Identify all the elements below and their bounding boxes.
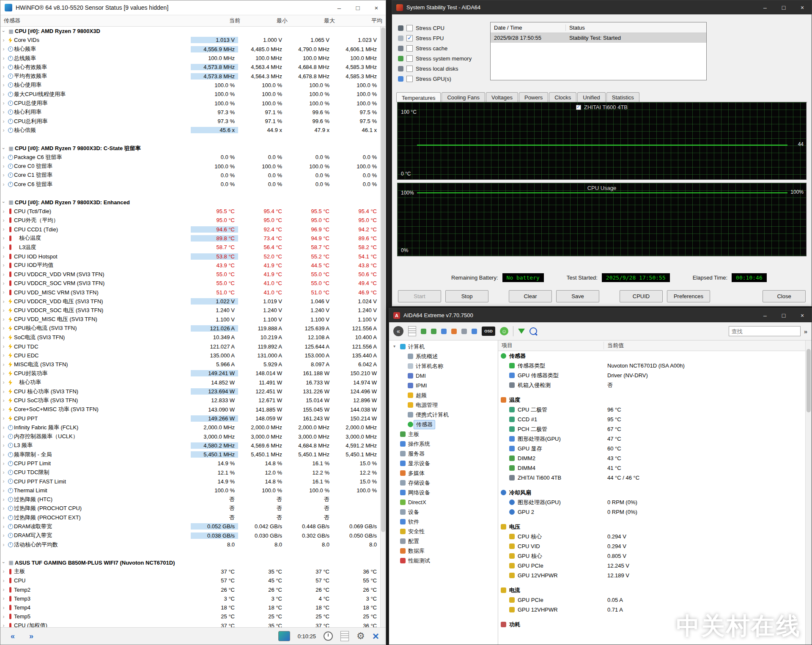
tree-item[interactable]: 配置 [389,536,498,546]
sensor-row[interactable]: ›过热降频 (HTC)否否否 [0,495,380,504]
tree-item[interactable]: 设备 [389,507,498,517]
stress-option[interactable]: Stress FPU [398,33,472,43]
sensor-row[interactable]: ›Core C1 驻留率0.0 %0.0 %0.0 %0.0 % [0,171,380,180]
sensor-row[interactable]: ›Core+SoC+MISC 功率 (SVI3 TFN)143.090 W141… [0,405,380,414]
pane-row[interactable]: CPU VID0.294 V [498,541,805,551]
extreme-titlebar[interactable]: A AIDA64 Extreme v7.70.7500 – □ × [389,308,812,322]
osd-icon[interactable]: OSD [482,327,495,336]
sensor-row[interactable]: ›Core VIDs1.013 V1.000 V1.065 V1.023 V [0,36,380,44]
back-icon[interactable]: « [393,326,403,336]
tree-item[interactable]: DirectX [389,497,498,507]
tree-item[interactable]: IPMI [389,381,498,390]
pane-row[interactable]: GPU PCIe12.245 V [498,561,805,571]
start-button[interactable]: Start [398,290,441,302]
preferences-button[interactable]: Preferences [667,290,710,302]
search-input[interactable] [729,326,801,336]
tab-temperatures[interactable]: Temperatures [396,92,441,102]
sensor-row[interactable]: ›频率限制 - 全局5,450.1 MHz5,450.1 MHz5,450.1 … [0,450,380,459]
maximize-button[interactable]: □ [774,308,793,322]
sensor-row[interactable]: ›CPU PPT149.266 W148.059 W161.243 W150.2… [0,414,380,423]
sensor-row[interactable]: ›CPU外壳（平均）95.0 °C95.0 °C95.0 °C95.0 °C [0,216,380,225]
tree-item[interactable]: 电源管理 [389,400,498,410]
more-options-icon[interactable]: » [804,328,807,335]
pane-row[interactable]: PCH 二极管67 °C [498,424,805,434]
tab-powers[interactable]: Powers [519,92,548,102]
sensor-row[interactable]: ›CPU IOD Hotspot53.8 °C52.0 °C55.2 °C54.… [0,252,380,261]
pane-row[interactable]: CPU 核心0.294 V [498,532,805,541]
sensor-row[interactable]: ›Temp226 °C26 °C26 °C26 °C [0,585,380,594]
sensor-row[interactable]: ›L3 频率4,580.2 MHz4,569.6 MHz4,684.8 MHz4… [0,441,380,450]
tree-item[interactable]: 操作系统 [389,439,498,449]
hwinfo-section-header[interactable]: ›▦CPU [#0]: AMD Ryzen 7 9800X3D: Enhance… [0,198,380,207]
close-button[interactable]: × [367,0,386,15]
sensor-row[interactable]: ›CPU VDD_MISC 电压 (SVI3 TFN)1.100 V1.100 … [0,315,380,324]
tree-item[interactable]: 性能测试 [389,556,498,565]
log-row[interactable]: 2025/9/28 17:50:55Stability Test: Starte… [491,33,706,43]
sensor-row[interactable]: ›CPU总使用率100.0 %100.0 %100.0 %100.0 % [0,99,380,107]
sensor-row[interactable]: ›Package C6 驻留率0.0 %0.0 %0.0 %0.0 % [0,153,380,162]
sensor-row[interactable]: ›过热降频 (PROCHOT EXT)否否否 [0,513,380,522]
maximize-button[interactable]: □ [348,0,367,15]
tree-item[interactable]: 服务器 [389,449,498,458]
ruler-icon[interactable] [421,329,426,334]
close-button[interactable]: × [793,0,812,14]
tree-item[interactable]: 传感器 [389,420,498,429]
smiley-icon[interactable]: ☺ [500,327,508,335]
remote-monitor-icon[interactable] [278,631,290,641]
tab-cooling-fans[interactable]: Cooling Fans [442,92,485,102]
sensor-row[interactable]: ›核心频率4,556.9 MHz4,485.0 MHz4,790.0 MHz4,… [0,45,380,54]
nav-back-icon[interactable]: « [7,632,18,641]
sensor-row[interactable]: ›核心有效频率4,573.8 MHz4,563.4 MHz4,684.8 MHz… [0,63,380,71]
pane-row[interactable]: CCD #195 °C [498,414,805,424]
pane-row[interactable]: ZHITAI Ti600 4TB44 °C / 46 °C [498,473,805,483]
pane-row[interactable]: 图形处理器(GPU)47 °C [498,434,805,444]
cpuid-button[interactable]: CPUID [620,290,663,302]
sensor-row[interactable]: ›内存控制器频率（UCLK）3,000.0 MHz3,000.0 MHz3,00… [0,432,380,441]
sensor-row[interactable]: ›Thermal Limit100.0 %100.0 %100.0 %100.0… [0,486,380,495]
pane-row[interactable]: 温度 [498,395,805,405]
sensor-row[interactable]: ›CPU SoC功率 (SVI3 TFN)12.833 W12.671 W15.… [0,396,380,405]
sensor-row[interactable]: ›CPU (Tctl/Tdie)95.5 °C95.4 °C95.5 °C95.… [0,207,380,216]
sensor-row[interactable]: ›DRAM读取带宽0.052 GB/s0.042 GB/s0.448 GB/s0… [0,522,380,531]
download-icon[interactable] [518,329,525,334]
exit-icon[interactable]: × [373,631,379,642]
search-icon[interactable] [529,327,537,335]
sensor-row[interactable]: ›CPU VDD_MISC VRM (SVI3 TFN)51.0 °C41.0 … [0,288,380,297]
sensor-row[interactable]: ›CPU总利用率97.3 %97.1 %99.6 %97.5 % [0,117,380,126]
sensor-row[interactable]: ›Temp418 °C18 °C18 °C18 °C [0,603,380,612]
sensor-row[interactable]: ›CPU PPT Limit14.9 %14.8 %16.1 %15.0 % [0,459,380,468]
stress-option[interactable]: Stress cache [398,43,472,53]
sensor-row[interactable]: ›CPU CCD1 (Tdie)94.6 °C92.4 °C96.9 °C94.… [0,225,380,234]
sensor-row[interactable]: ›核心功率14.852 W11.491 W16.733 W14.974 W [0,378,380,387]
sensor-row[interactable]: ›过热降频 (PROCHOT CPU)否否否 [0,504,380,513]
minimize-button[interactable]: – [756,0,774,14]
hwinfo-scrollbar[interactable] [380,27,386,627]
stress-option[interactable]: Stress CPU [398,23,472,33]
tree-item[interactable]: 系统概述 [389,351,498,361]
sensor-row[interactable]: ›CPU PPT FAST Limit14.9 %14.8 %16.1 %15.… [0,477,380,486]
sensor-row[interactable]: ›CPU VDDCR_VDD VRM (SVI3 TFN)55.0 °C41.9… [0,270,380,279]
pane-row[interactable]: GPU 核心0.805 V [498,551,805,561]
close-button[interactable]: × [793,308,812,322]
scrollbar-thumb[interactable] [381,27,385,532]
pane-row[interactable]: CPU 二极管96 °C [498,405,805,414]
sensor-row[interactable]: ›CPU VDDCR_SOC 电压 (SVI3 TFN)1.240 V1.240… [0,306,380,315]
tree-item[interactable]: 显示设备 [389,458,498,468]
sensor-row[interactable]: ›CPU核心电流 (SVI3 TFN)121.026 A119.888 A125… [0,324,380,333]
save-button[interactable]: Save [556,290,599,302]
clock-icon[interactable] [324,631,333,641]
sensor-row[interactable]: ›总线频率100.0 MHz100.0 MHz100.0 MHz100.0 MH… [0,54,380,63]
tree-item[interactable]: 超频 [389,390,498,400]
pane-row[interactable]: GPU 20 RPM (0%) [498,507,805,517]
pane-row[interactable]: GPU PCIe0.05 A [498,595,805,605]
hwinfo-section-header[interactable]: ›▦ASUS TUF GAMING B850M-PLUS WIFI7 (Nuvo… [0,558,380,567]
sensor-row[interactable]: ›CPU TDC限制12.1 %12.0 %12.2 %12.2 % [0,468,380,477]
sensor-row[interactable]: ›最大CPU/线程使用率100.0 %100.0 %100.0 %100.0 % [0,90,380,99]
sensor-row[interactable]: ›平均有效频率4,573.8 MHz4,564.3 MHz4,678.8 MHz… [0,71,380,80]
report-icon[interactable] [340,631,349,641]
sensor-row[interactable]: ›Infinity Fabric 频率 (FCLK)2,000.0 MHz2,0… [0,423,380,432]
sensor-row[interactable]: ›Core C0 驻留率100.0 %100.0 %100.0 %100.0 % [0,162,380,170]
pane-row[interactable]: 机箱入侵检测否 [498,380,805,390]
sensor-row[interactable]: ›CPU VDDCR_SOC VRM (SVI3 TFN)55.0 °C41.0… [0,279,380,288]
sensor-row[interactable]: ›Temp525 °C25 °C25 °C25 °C [0,612,380,621]
